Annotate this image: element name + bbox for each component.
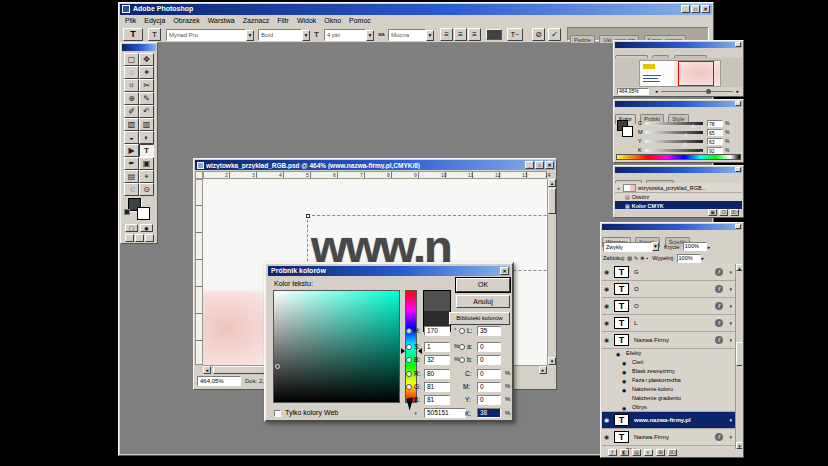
effect-label[interactable]: Faza i płaskorzeźba <box>632 377 681 383</box>
effect-label[interactable]: Blask zewnętrzny <box>632 368 675 374</box>
menu-pomoc[interactable]: Pomoc <box>346 17 374 24</box>
fill-arrow-icon[interactable]: ▸ <box>702 255 705 261</box>
toolbox-title-bar[interactable] <box>122 44 156 51</box>
layer-label[interactable]: O <box>634 286 639 292</box>
b3-radio[interactable] <box>459 357 465 363</box>
layer-row-www-selected[interactable]: ◉ T www.nazwa-firmy.pl ▾ <box>602 412 735 429</box>
layer-label[interactable]: Nazwa Firmy <box>634 434 669 440</box>
lock-transparency-icon[interactable]: ▧ <box>627 255 632 261</box>
gradient-tool[interactable]: ▥ <box>139 118 154 131</box>
eye-icon[interactable]: ◉ <box>604 286 609 292</box>
layer-style-icon[interactable]: f <box>715 302 723 310</box>
ok-button[interactable]: OK <box>456 278 510 292</box>
effects-header-row[interactable]: ◉ Efekty <box>602 349 735 358</box>
minimize-button[interactable]: _ <box>681 5 690 13</box>
c-slider-track[interactable] <box>645 122 703 125</box>
delete-state-icon[interactable]: ⌦ <box>730 209 739 216</box>
b-radio[interactable] <box>406 357 412 363</box>
lock-all-icon[interactable]: ▪ <box>646 255 648 261</box>
navigator-zoom-field[interactable]: 464,05% <box>617 88 649 95</box>
scroll-down-icon[interactable]: ▾ <box>548 357 556 365</box>
layer-label-selected[interactable]: www.nazwa-firmy.pl <box>634 417 691 423</box>
effect-label[interactable]: Cień <box>632 359 643 365</box>
palette-background-swatch[interactable] <box>622 126 633 137</box>
m-field[interactable]: 0 <box>477 382 501 392</box>
history-brush-tool[interactable]: ↶ <box>139 105 154 118</box>
dialog-title-bar[interactable]: Próbnik kolorów ✕ <box>268 266 510 276</box>
zoom-out-icon[interactable]: ◂ <box>655 88 658 94</box>
doc-maximize-button[interactable]: □ <box>535 161 544 169</box>
vertical-scrollbar[interactable]: ▴ ▾ <box>547 179 555 365</box>
shape-tool[interactable]: ▣ <box>139 157 154 170</box>
color-field[interactable] <box>273 290 400 403</box>
chevron-down-icon[interactable]: ▼ <box>426 30 434 41</box>
layer-row-o1[interactable]: ◉ T O f ▾ <box>602 281 735 298</box>
scroll-left-icon[interactable]: ◂ <box>203 366 211 374</box>
color-spectrum-bar[interactable] <box>616 154 741 160</box>
chevron-down-icon[interactable]: ▾ <box>729 434 732 440</box>
move-tool[interactable]: ✥ <box>139 53 154 66</box>
m-slider-track[interactable] <box>645 131 703 134</box>
eye-icon[interactable]: ◉ <box>604 434 609 440</box>
quick-mask-icon[interactable]: ◉ <box>140 224 153 232</box>
doc-minimize-button[interactable]: _ <box>525 161 534 169</box>
notes-tool[interactable]: ▤ <box>124 170 139 183</box>
font-size-select[interactable]: 4 pkt ▼ <box>324 29 374 41</box>
selection-handle[interactable] <box>306 214 310 218</box>
blend-mode-select[interactable]: Zwykły ▼ <box>603 242 659 252</box>
text-layer-thumb[interactable]: T <box>614 334 629 346</box>
navigator-close-icon[interactable]: ✕ <box>735 42 741 47</box>
eyedropper-tool[interactable]: ⌖ <box>139 170 154 183</box>
new-adjustment-layer-icon[interactable]: ◐ <box>644 449 653 456</box>
lock-paint-icon[interactable]: ✎ <box>634 255 638 261</box>
dialog-close-icon[interactable]: ✕ <box>500 267 509 275</box>
effect-row-faza[interactable]: ◉ Faza i płaskorzeźba <box>602 376 735 385</box>
lasso-tool[interactable]: ◌ <box>124 66 139 79</box>
k-field[interactable]: 38 <box>477 408 501 418</box>
screen-mode-standard-icon[interactable] <box>125 234 134 242</box>
l-field[interactable]: 35 <box>477 326 501 336</box>
text-layer-thumb[interactable]: T <box>614 266 629 278</box>
chevron-down-icon[interactable]: ▾ <box>729 337 732 343</box>
b2-field[interactable]: 81 <box>424 395 450 405</box>
layer-label[interactable]: G <box>634 269 639 275</box>
effect-row-nalozenie-gradientu[interactable]: Nałożenie gradientu <box>602 394 735 403</box>
layers-close-icon[interactable]: ✕ <box>735 224 741 229</box>
screen-mode-full-icon[interactable] <box>145 234 154 242</box>
menu-widok[interactable]: Widok <box>294 17 319 24</box>
eraser-tool[interactable]: ▧ <box>124 118 139 131</box>
g-radio[interactable] <box>406 384 412 390</box>
m-slider-thumb[interactable] <box>683 133 689 137</box>
eye-icon[interactable]: ◉ <box>622 369 626 375</box>
layer-style-icon[interactable]: f <box>715 268 723 276</box>
eye-icon[interactable]: ◉ <box>604 417 609 423</box>
eye-icon[interactable]: ◉ <box>616 351 620 357</box>
eye-icon[interactable]: ◉ <box>622 387 626 393</box>
default-colors-icon[interactable] <box>124 209 130 215</box>
y-slider-track[interactable] <box>645 140 703 143</box>
k-slider-track[interactable] <box>645 149 703 152</box>
scroll-down-icon[interactable]: ▾ <box>736 442 742 449</box>
color-field-marker[interactable] <box>275 364 280 369</box>
text-layer-thumb[interactable]: T <box>614 414 629 426</box>
lock-position-icon[interactable]: ✥ <box>640 255 644 261</box>
eye-icon[interactable]: ◉ <box>604 303 609 309</box>
scroll-right-icon[interactable]: ▸ <box>539 366 547 374</box>
y-slider-thumb[interactable] <box>682 142 688 146</box>
warp-text-icon[interactable]: T~ <box>507 28 523 41</box>
k-value-field[interactable]: 92 <box>707 147 723 154</box>
effect-row-nalozenie-koloru[interactable]: ◉ Nałożenie koloru <box>602 385 735 394</box>
path-selection-tool[interactable]: ▶ <box>124 144 139 157</box>
chevron-down-icon[interactable]: ▾ <box>729 320 732 326</box>
chevron-down-icon[interactable]: ▾ <box>729 286 732 292</box>
add-layer-style-icon[interactable]: ƒ <box>608 449 617 456</box>
c-field[interactable]: 0 <box>477 369 501 379</box>
chevron-down-icon[interactable]: ▾ <box>729 417 732 423</box>
c-slider-thumb[interactable] <box>690 124 696 128</box>
eye-icon[interactable]: ◉ <box>604 337 609 343</box>
opacity-arrow-icon[interactable]: ▸ <box>708 244 711 250</box>
menu-zaznacz[interactable]: Zaznacz <box>240 17 272 24</box>
new-document-from-state-icon[interactable]: ▣ <box>708 209 717 216</box>
navigator-view-box[interactable] <box>678 61 714 86</box>
menu-edycja[interactable]: Edycja <box>141 17 168 24</box>
